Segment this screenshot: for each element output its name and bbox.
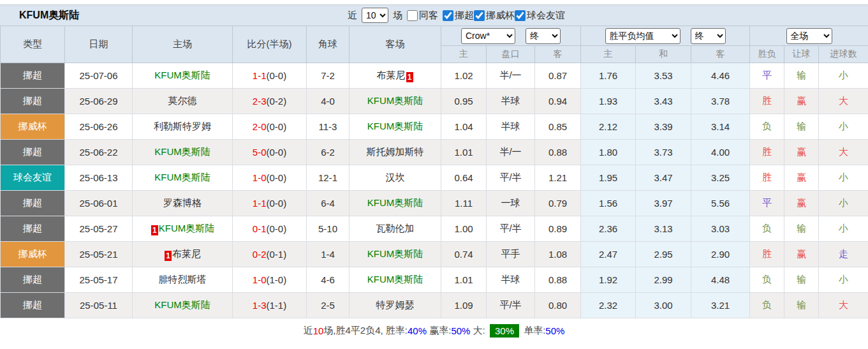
halftime-score: (0-0): [267, 147, 287, 158]
result-handicap: 输: [784, 216, 819, 242]
col-header-score: 比分(半场): [233, 26, 307, 63]
halftime-score: (0-0): [267, 70, 287, 81]
home-team-cell: 利勒斯特罗姆: [133, 114, 233, 140]
period-select[interactable]: 全场: [786, 28, 832, 44]
avg-time-select[interactable]: 终: [691, 28, 726, 44]
away-team-cell: 斯托姆加斯特: [349, 140, 441, 165]
crow-away-odds: 0.85: [535, 114, 581, 140]
col-header-date: 日期: [65, 26, 133, 63]
avg-type-select[interactable]: 胜平负均值: [605, 28, 680, 44]
avg-draw-odds: 2.99: [636, 267, 691, 293]
home-team-cell: 莫尔德: [133, 89, 233, 114]
match-history-panel: KFUM奥斯陆 近 10 场 同客 挪超挪威杯球会友谊 类型 日期: [0, 0, 868, 349]
away-team-cell: KFUM奥斯陆: [349, 89, 441, 114]
team-name: 瓦勒伦加: [376, 223, 415, 234]
home-team-cell: 1KFUM奥斯陆: [133, 216, 233, 242]
matches-label: 场: [393, 10, 402, 22]
result-goals: 小: [819, 267, 868, 293]
team-name: KFUM奥斯陆: [154, 299, 210, 310]
avg-draw-odds: 3.53: [636, 63, 691, 89]
result-winlose: 负: [750, 114, 784, 140]
league-type-cell: 挪超: [1, 267, 65, 293]
league-type-cell: 挪威杯: [1, 242, 65, 267]
avg-away-odds: 3.78: [691, 89, 750, 114]
avg-away-odds: 4.46: [691, 63, 750, 89]
avg-home-odds: 1.93: [581, 89, 636, 114]
halftime-score: (0-0): [267, 172, 287, 183]
home-team-cell: KFUM奥斯陆: [133, 63, 233, 89]
score-cell: 1-1(0-0): [233, 63, 307, 89]
fulltime-score: 5-0: [253, 147, 267, 158]
handicap-line: 平/半: [487, 165, 535, 191]
home-team-cell: 腓特烈斯塔: [133, 267, 233, 293]
crow-home-odds: 1.04: [441, 114, 487, 140]
bookmaker-time-select[interactable]: 终: [526, 28, 561, 44]
league-filter: 挪超: [443, 10, 474, 22]
crow-home-odds: 1.09: [441, 293, 487, 318]
team-name: 利勒斯特罗姆: [154, 121, 211, 131]
same-away-checkbox[interactable]: [407, 10, 418, 21]
league-filter-checkbox[interactable]: [515, 10, 526, 21]
subcol-avg-draw: 和: [636, 46, 691, 63]
crow-away-odds: 0.88: [535, 267, 581, 293]
league-filter-checkbox[interactable]: [443, 10, 453, 21]
score-cell: 1-0(1-0): [233, 267, 307, 293]
team-name: KFUM奥斯陆: [367, 197, 423, 208]
handicap-line: 半/一: [487, 63, 535, 89]
away-team-cell: 瓦勒伦加: [349, 216, 441, 242]
avg-draw-odds: 3.47: [636, 165, 691, 191]
away-team-cell: KFUM奥斯陆: [349, 242, 441, 267]
result-group-header: 全场: [750, 26, 868, 46]
avg-away-odds: 3.25: [691, 165, 750, 191]
match-date: 25-05-21: [65, 242, 133, 267]
handicap-line: 半球: [487, 89, 535, 114]
bookmaker-select[interactable]: Crow*: [461, 28, 515, 44]
crow-away-odds: 0.89: [535, 216, 581, 242]
red-card-badge: 1: [151, 225, 158, 235]
team-name: 莫尔德: [168, 95, 197, 106]
league-filter-checkbox[interactable]: [474, 10, 485, 21]
footer-segment: 场,胜4平2负4, 胜率:: [323, 325, 408, 337]
crow-home-odds: 0.74: [441, 242, 487, 267]
avg-away-odds: 5.56: [691, 191, 750, 216]
result-winlose: 胜: [750, 140, 784, 165]
footer-segment: 单率:: [521, 325, 545, 337]
corner-score: 4-6: [307, 267, 349, 293]
handicap-line: 半球: [487, 114, 535, 140]
team-name: KFUM奥斯陆: [367, 274, 423, 285]
filter-controls: 近 10 场 同客 挪超挪威杯球会友谊: [348, 8, 565, 23]
match-date: 25-05-27: [65, 216, 133, 242]
match-date: 25-06-01: [65, 191, 133, 216]
footer-segment: 30%: [490, 324, 519, 338]
match-row: 球会友谊 25-06-13 KFUM奥斯陆 1-0(0-0) 12-1 汉坎 0…: [1, 165, 868, 191]
crow-home-odds: 0.64: [441, 165, 487, 191]
page-title: KFUM奥斯陆: [19, 9, 79, 22]
result-handicap: 输: [784, 293, 819, 318]
red-card-badge: 1: [165, 251, 172, 261]
handicap-line: 一球: [487, 191, 535, 216]
col-header-type: 类型: [1, 26, 65, 63]
team-name: KFUM奥斯陆: [367, 95, 423, 106]
result-goals: 小: [819, 114, 868, 140]
corner-score: 11-3: [307, 114, 349, 140]
score-cell: 2-3(0-2): [233, 89, 307, 114]
team-name: 布莱尼: [377, 70, 406, 80]
crow-away-odds: 0.79: [535, 191, 581, 216]
handicap-line: 半/一: [487, 140, 535, 165]
result-goals: 大: [819, 89, 868, 114]
avg-group-header: 胜平负均值 终: [581, 26, 750, 46]
league-type-cell: 球会友谊: [1, 165, 65, 191]
fulltime-score: 0-1: [253, 223, 267, 234]
league-filters: 挪超挪威杯球会友谊: [443, 10, 565, 22]
league-type-cell: 挪超: [1, 293, 65, 318]
team-name: 腓特烈斯塔: [159, 274, 207, 285]
match-date: 25-05-17: [65, 267, 133, 293]
result-goals: 大: [819, 293, 868, 318]
footer-segment: 近: [304, 325, 313, 337]
avg-home-odds: 2.47: [581, 242, 636, 267]
score-cell: 1-0(0-0): [233, 165, 307, 191]
result-winlose: 胜: [750, 89, 784, 114]
result-winlose: 平: [750, 191, 784, 216]
recent-count-select[interactable]: 10: [362, 8, 388, 23]
avg-home-odds: 2.36: [581, 216, 636, 242]
